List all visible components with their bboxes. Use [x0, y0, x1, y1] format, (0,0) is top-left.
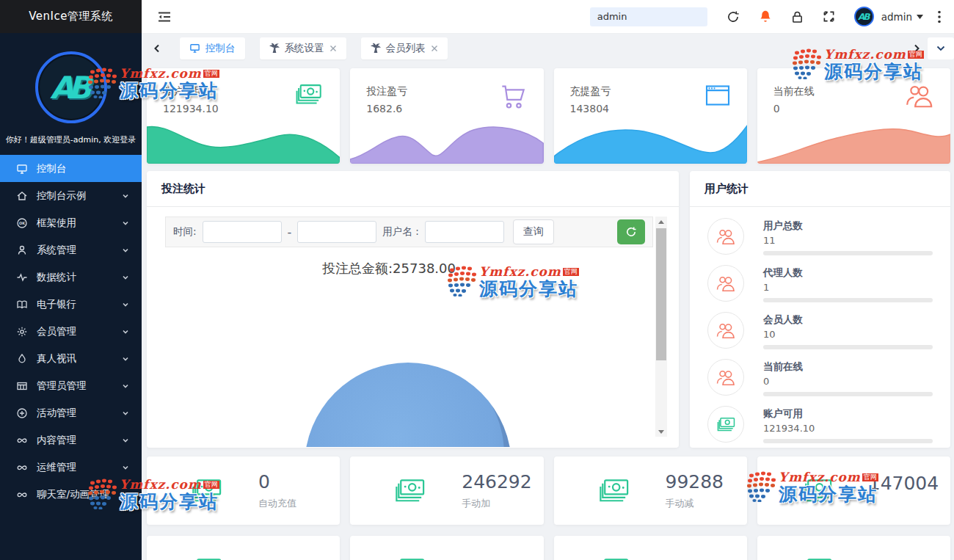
summary-label: 手动加	[462, 497, 531, 510]
time-end-input[interactable]	[297, 221, 376, 243]
user-stat-value: 11	[763, 235, 933, 246]
stat-card-online: 当前在线 0	[757, 68, 950, 164]
users-icon	[707, 265, 744, 302]
money-icon	[391, 555, 428, 560]
close-icon[interactable]	[431, 45, 438, 52]
summary-value: 147004	[869, 473, 939, 494]
username-input[interactable]	[425, 221, 504, 243]
scrollbar-thumb[interactable]	[656, 228, 666, 360]
tab-bar: 控制台 系统设置 会员列表	[142, 34, 954, 62]
sidebar-item-content[interactable]: 内容管理	[0, 426, 142, 454]
bet-filter-form: 时间: - 用户名 : 查询	[165, 217, 653, 247]
sidebar-item-ebank[interactable]: 电子银行	[0, 291, 142, 318]
summary-value: 99288	[666, 471, 724, 492]
tabs-scroll-right-icon[interactable]	[909, 43, 925, 54]
tabs-scroll-left-icon[interactable]	[149, 43, 165, 54]
sidebar-item-dashboard[interactable]: 控制台	[0, 155, 142, 182]
link-icon	[16, 489, 28, 501]
bet-pie-chart	[305, 363, 511, 447]
summary-card-manual-subtract: 99288 手动减	[554, 457, 747, 525]
tab-member-list[interactable]: 会员列表	[361, 37, 448, 59]
user-stat-value: 1	[763, 282, 933, 293]
tree-icon	[269, 43, 280, 54]
tab-dashboard[interactable]: 控制台	[180, 37, 245, 59]
summary-value: 246292	[462, 471, 531, 492]
sidebar-item-label: 控制台	[37, 162, 67, 175]
summary-card-auto-recharge: 0 自动充值	[147, 457, 340, 525]
user-stat-row: 会员人数 10	[707, 312, 933, 349]
greeting-text: 你好！超级管理员-admin, 欢迎登录	[0, 134, 142, 145]
stat-card-balance: 账户可用 121934.10	[147, 68, 340, 164]
tab-label: 会员列表	[386, 42, 426, 55]
sidebar-item-members[interactable]: 会员管理	[0, 318, 142, 345]
svg-text:OK: OK	[19, 221, 26, 225]
summary-label	[869, 498, 939, 509]
chevron-down-icon	[121, 327, 130, 336]
summary-card-manual-add: 246292 手动加	[350, 457, 543, 525]
money-icon	[595, 555, 632, 560]
user-stat-label: 代理人数	[763, 266, 933, 280]
tabs-dropdown-icon[interactable]	[928, 37, 954, 59]
user-stat-label: 会员人数	[763, 313, 933, 327]
time-start-input[interactable]	[203, 221, 282, 243]
lock-icon[interactable]	[791, 10, 804, 23]
sidebar-item-dashboard-example[interactable]: 控制台示例	[0, 182, 142, 209]
menu-fold-icon[interactable]	[158, 11, 171, 23]
fullscreen-icon[interactable]	[823, 10, 835, 23]
sidebar-item-label: 内容管理	[37, 434, 76, 447]
sidebar-item-activities[interactable]: 活动管理	[0, 399, 142, 426]
stat-card-value: 1682.6	[366, 103, 402, 114]
sidebar-item-ops[interactable]: 运维管理	[0, 454, 142, 481]
sparkline-area	[757, 118, 950, 164]
range-separator: -	[288, 225, 292, 239]
chevron-down-icon	[121, 300, 130, 309]
user-menu[interactable]: admin	[881, 11, 923, 23]
user-stat-value: 121934.10	[763, 423, 933, 434]
bell-icon[interactable]	[759, 10, 772, 23]
sidebar-item-label: 会员管理	[37, 325, 76, 338]
sidebar-item-data-stats[interactable]: 数据统计	[0, 263, 142, 291]
sidebar-item-framework[interactable]: OK 框架使用	[0, 209, 142, 236]
drop-icon	[16, 353, 28, 365]
sidebar-item-admins[interactable]: 管理员管理	[0, 372, 142, 399]
money-icon	[595, 476, 632, 506]
chevron-down-icon	[121, 192, 130, 200]
users-icon	[707, 312, 744, 349]
link-icon	[16, 434, 28, 446]
user-stat-row: 账户可用 121934.10	[707, 406, 933, 443]
money-icon	[291, 81, 325, 108]
money-icon	[188, 476, 225, 506]
sparkline-area	[350, 118, 543, 164]
monitor-icon	[189, 43, 200, 54]
scroll-up-icon[interactable]	[655, 217, 667, 227]
tab-label: 系统设置	[285, 42, 324, 55]
scrollbar[interactable]	[655, 217, 667, 437]
avatar[interactable]: AB	[854, 7, 874, 26]
progress-bar	[763, 345, 933, 349]
sparkline-area	[554, 118, 747, 164]
users-icon	[707, 218, 744, 255]
refresh-icon[interactable]	[727, 10, 740, 23]
sidebar-item-system[interactable]: 系统管理	[0, 236, 142, 263]
sidebar-item-chatroom[interactable]: 聊天室/动画管理	[0, 481, 142, 508]
scroll-down-icon[interactable]	[655, 426, 667, 437]
search-input[interactable]	[590, 7, 707, 26]
user-stats-body: 用户总数 11 代理人数 1 会员人数 10 当前在线	[690, 207, 950, 443]
stat-card-title: 充提盈亏	[570, 85, 611, 98]
user-stat-row: 用户总数 11	[707, 218, 933, 255]
tab-system-settings[interactable]: 系统设置	[260, 37, 346, 59]
summary-label: 自动充值	[258, 497, 296, 510]
user-name-label: admin	[881, 11, 912, 23]
sidebar-item-live-video[interactable]: 真人视讯	[0, 345, 142, 372]
app-title: VenIce管理系统	[0, 0, 142, 33]
partial-card-2: 4826.00	[350, 536, 543, 560]
kebab-menu-icon[interactable]	[938, 10, 941, 23]
user-stat-label: 用户总数	[763, 219, 933, 233]
close-icon[interactable]	[329, 45, 337, 52]
app-logo: AB	[35, 51, 107, 123]
panel-refresh-button[interactable]	[617, 219, 645, 244]
partial-cards-row: 3200.00 4826.00 3143.40 163.12	[147, 536, 950, 560]
sidebar-item-label: 控制台示例	[37, 189, 87, 203]
chevron-down-icon	[121, 490, 130, 499]
query-button[interactable]: 查询	[513, 219, 554, 244]
